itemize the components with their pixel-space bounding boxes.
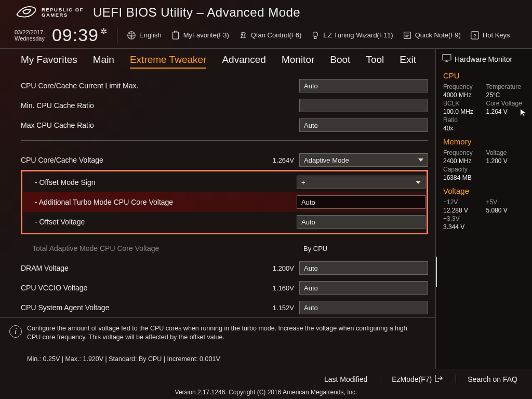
row-total-adaptive: Total Adaptive Mode CPU Core Voltage By … (21, 238, 428, 258)
row-cpu-core-cache-voltage[interactable]: CPU Core/Cache Voltage 1.264V Adaptive M… (21, 150, 428, 170)
monitor-icon (442, 54, 451, 64)
field-additional-turbo-voltage[interactable]: Auto (297, 195, 425, 209)
row-offset-voltage[interactable]: - Offset Voltage Auto (23, 212, 425, 232)
hardware-monitor-panel: Hardware Monitor CPU FrequencyTemperatur… (435, 49, 532, 369)
row-additional-turbo-voltage[interactable]: - Additional Turbo Mode CPU Core Voltage… (23, 192, 425, 212)
field-dram-voltage[interactable]: Auto (299, 261, 428, 275)
exit-icon (435, 375, 443, 383)
date: 03/22/2017 (15, 29, 45, 35)
row-min-cache-ratio[interactable]: Min. CPU Cache Ratio (21, 96, 428, 115)
field-min-cache-ratio[interactable] (299, 99, 428, 112)
svg-rect-7 (443, 55, 451, 60)
brand-line2: GAMERS (42, 12, 84, 18)
field-offset-mode-sign[interactable]: + (297, 176, 425, 189)
svg-text:?: ? (473, 32, 476, 38)
weekday: Wednesday (15, 35, 45, 42)
hw-cpu-title: CPU (443, 71, 525, 80)
question-icon: ? (470, 31, 480, 40)
tab-advanced[interactable]: Advanced (222, 54, 266, 69)
rog-eye-icon (15, 3, 37, 22)
field-cpu-core-cache-voltage[interactable]: Adaptive Mode (299, 153, 428, 167)
rog-logo: REPUBLIC OF GAMERS (15, 3, 84, 22)
last-modified-button[interactable]: Last Modified (313, 375, 367, 383)
hw-volt-title: Voltage (443, 187, 525, 195)
field-cpu-core-cache-limit[interactable]: Auto (299, 79, 428, 92)
version-line: Version 2.17.1246. Copyright (C) 2016 Am… (0, 387, 532, 399)
language-selector[interactable]: English (127, 31, 162, 40)
tab-main[interactable]: Main (93, 54, 114, 69)
field-cpu-vccio[interactable]: Auto (299, 281, 428, 295)
row-dram-voltage[interactable]: DRAM Voltage 1.200V Auto (21, 258, 428, 278)
info-icon: i (9, 325, 22, 338)
globe-icon (127, 31, 136, 40)
field-cpu-sa[interactable]: Auto (299, 301, 428, 314)
scroll-indicator (435, 257, 437, 287)
myfavorite-button[interactable]: MyFavorite(F3) (171, 31, 229, 40)
page-title: UEFI BIOS Utility – Advanced Mode (93, 5, 300, 20)
tab-my-favorites[interactable]: My Favorites (21, 54, 77, 69)
note-icon (403, 31, 412, 40)
search-faq-button[interactable]: Search on FAQ (456, 375, 517, 383)
clipboard-icon (171, 31, 180, 40)
help-footer: Min.: 0.25V | Max.: 1.920V | Standard: B… (0, 347, 435, 369)
hotkeys-button[interactable]: ? Hot Keys (470, 31, 510, 40)
tab-monitor[interactable]: Monitor (282, 54, 314, 69)
date-block: 03/22/2017 Wednesday (15, 29, 45, 42)
bulb-icon (311, 31, 320, 40)
eztuning-button[interactable]: EZ Tuning Wizard(F11) (311, 31, 393, 40)
hw-title: Hardware Monitor (455, 55, 512, 63)
field-offset-voltage[interactable]: Auto (297, 215, 425, 229)
ezmode-button[interactable]: EzMode(F7) (380, 375, 443, 383)
row-cpu-core-cache-limit[interactable]: CPU Core/Cache Current Limit Max. Auto (21, 76, 428, 96)
svg-point-3 (313, 32, 318, 36)
clock: 09:39 ✲ (52, 25, 108, 45)
gear-icon[interactable]: ✲ (100, 26, 108, 36)
highlight-region: - Offset Mode Sign + - Additional Turbo … (21, 170, 428, 234)
row-cpu-vccio[interactable]: CPU VCCIO Voltage 1.160V Auto (21, 278, 428, 298)
row-max-cache-ratio[interactable]: Max CPU Cache Ratio Auto (21, 115, 428, 135)
row-offset-mode-sign[interactable]: - Offset Mode Sign + (23, 172, 425, 192)
tab-boot[interactable]: Boot (330, 54, 350, 69)
quicknote-button[interactable]: Quick Note(F9) (403, 31, 461, 40)
tab-tool[interactable]: Tool (366, 54, 384, 69)
tab-bar: My Favorites Main Extreme Tweaker Advanc… (0, 49, 435, 73)
hw-mem-title: Memory (443, 137, 525, 146)
fan-icon (238, 31, 248, 40)
tab-exit[interactable]: Exit (400, 54, 416, 69)
row-cpu-sa[interactable]: CPU System Agent Voltage 1.152V Auto (21, 298, 428, 317)
help-pane: i Configure the amount of voltage fed to… (0, 317, 435, 347)
field-max-cache-ratio[interactable]: Auto (299, 118, 428, 132)
tab-extreme-tweaker[interactable]: Extreme Tweaker (130, 54, 206, 69)
qfan-button[interactable]: Qfan Control(F6) (238, 31, 302, 40)
